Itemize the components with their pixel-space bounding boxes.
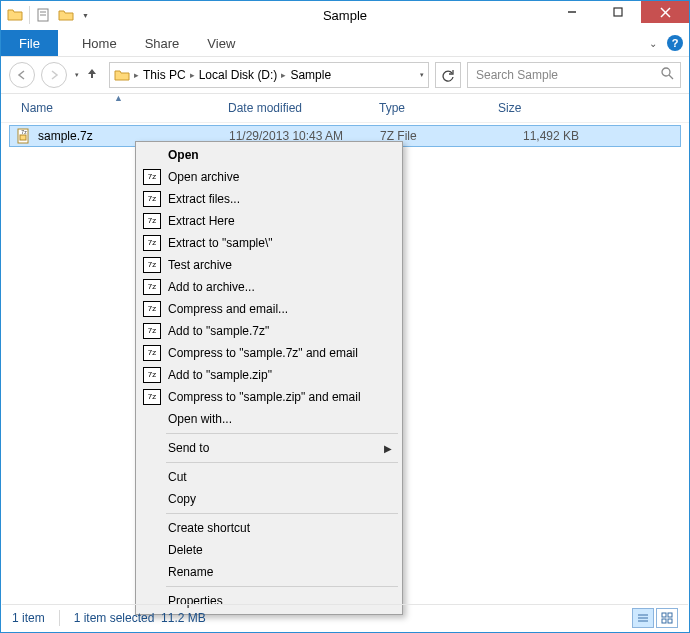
window-controls — [549, 1, 689, 23]
history-dropdown-icon[interactable]: ▾ — [75, 71, 79, 79]
breadcrumb-this-pc[interactable]: This PC — [143, 68, 186, 82]
address-bar[interactable]: ▸ This PC ▸ Local Disk (D:) ▸ Sample ▾ — [109, 62, 429, 88]
status-selection: 1 item selected 11.2 MB — [74, 611, 206, 625]
qat-properties-icon[interactable] — [36, 7, 52, 23]
menu-rename[interactable]: Rename — [138, 561, 400, 583]
sevenz-icon: 7z — [142, 169, 162, 185]
qat-dropdown-icon[interactable]: ▼ — [82, 12, 89, 19]
svg-rect-4 — [614, 8, 622, 16]
refresh-button[interactable] — [435, 62, 461, 88]
column-header-name[interactable]: Name — [21, 94, 53, 122]
menu-copy[interactable]: Copy — [138, 488, 400, 510]
chevron-right-icon[interactable]: ▸ — [281, 70, 286, 80]
help-icon[interactable]: ? — [667, 35, 683, 51]
column-header-date[interactable]: Date modified — [228, 94, 302, 122]
app-icon — [7, 7, 23, 23]
minimize-button[interactable] — [549, 1, 595, 23]
svg-text:7z: 7z — [21, 129, 27, 135]
file-tab-label: File — [19, 36, 40, 51]
menu-add-to-7z[interactable]: 7zAdd to "sample.7z" — [138, 320, 400, 342]
file-size: 11,492 KB — [499, 129, 579, 143]
menu-open-archive[interactable]: 7zOpen archive — [138, 166, 400, 188]
forward-button[interactable] — [41, 62, 67, 88]
menu-separator — [166, 586, 398, 587]
status-bar: 1 item 1 item selected 11.2 MB — [2, 604, 688, 631]
back-button[interactable] — [9, 62, 35, 88]
navigation-bar: ▾ ▸ This PC ▸ Local Disk (D:) ▸ Sample ▾ — [1, 57, 689, 94]
menu-open-with[interactable]: Open with... — [138, 408, 400, 430]
chevron-right-icon[interactable]: ▸ — [190, 70, 195, 80]
sort-ascending-icon: ▲ — [114, 93, 123, 103]
menu-compress-7z-email[interactable]: 7zCompress to "sample.7z" and email — [138, 342, 400, 364]
sevenz-icon: 7z — [142, 345, 162, 361]
title-bar: ▼ Sample — [1, 1, 689, 30]
menu-compress-email[interactable]: 7zCompress and email... — [138, 298, 400, 320]
file-icon: 7z — [16, 128, 32, 144]
sevenz-icon: 7z — [142, 279, 162, 295]
address-dropdown-icon[interactable]: ▾ — [420, 71, 424, 79]
svg-rect-18 — [668, 619, 672, 623]
search-icon — [661, 67, 674, 83]
menu-add-to-archive[interactable]: 7zAdd to archive... — [138, 276, 400, 298]
qat-separator — [29, 6, 30, 24]
svg-rect-16 — [668, 613, 672, 617]
menu-extract-files[interactable]: 7zExtract files... — [138, 188, 400, 210]
context-menu: Open 7zOpen archive 7zExtract files... 7… — [135, 141, 403, 615]
tab-view[interactable]: View — [193, 30, 249, 56]
column-header-size[interactable]: Size — [498, 94, 521, 122]
menu-open[interactable]: Open — [138, 144, 400, 166]
sevenz-icon: 7z — [142, 367, 162, 383]
svg-rect-17 — [662, 619, 666, 623]
menu-test-archive[interactable]: 7zTest archive — [138, 254, 400, 276]
expand-ribbon-icon[interactable]: ⌄ — [649, 38, 657, 49]
svg-rect-15 — [662, 613, 666, 617]
menu-separator — [166, 433, 398, 434]
menu-send-to[interactable]: Send to▶ — [138, 437, 400, 459]
tab-home[interactable]: Home — [68, 30, 131, 56]
menu-separator — [166, 513, 398, 514]
explorer-window: ▼ Sample File Home Share View ⌄ ? — [0, 0, 690, 633]
qat-new-folder-icon[interactable] — [58, 7, 74, 23]
sevenz-icon: 7z — [142, 323, 162, 339]
menu-delete[interactable]: Delete — [138, 539, 400, 561]
address-folder-icon — [114, 67, 130, 83]
status-divider — [59, 610, 60, 626]
chevron-right-icon[interactable]: ▸ — [134, 70, 139, 80]
maximize-button[interactable] — [595, 1, 641, 23]
up-button[interactable] — [85, 66, 103, 84]
menu-extract-to[interactable]: 7zExtract to "sample\" — [138, 232, 400, 254]
sevenz-icon: 7z — [142, 257, 162, 273]
sevenz-icon: 7z — [142, 301, 162, 317]
status-item-count: 1 item — [12, 611, 45, 625]
search-box[interactable] — [467, 62, 681, 88]
details-view-button[interactable] — [632, 608, 654, 628]
svg-rect-10 — [20, 135, 26, 140]
tab-share[interactable]: Share — [131, 30, 194, 56]
file-tab[interactable]: File — [1, 30, 58, 56]
sevenz-icon: 7z — [142, 389, 162, 405]
menu-add-to-zip[interactable]: 7zAdd to "sample.zip" — [138, 364, 400, 386]
column-headers: ▲ Name Date modified Type Size — [1, 94, 689, 123]
search-input[interactable] — [474, 67, 661, 83]
thumbnails-view-button[interactable] — [656, 608, 678, 628]
file-name: sample.7z — [38, 129, 93, 143]
menu-cut[interactable]: Cut — [138, 466, 400, 488]
view-toggles — [632, 608, 678, 628]
sevenz-icon: 7z — [142, 191, 162, 207]
svg-point-7 — [662, 68, 670, 76]
column-header-type[interactable]: Type — [379, 94, 405, 122]
sevenz-icon: 7z — [142, 213, 162, 229]
breadcrumb-sample[interactable]: Sample — [290, 68, 331, 82]
ribbon-tabs: File Home Share View ⌄ ? — [1, 30, 689, 57]
close-button[interactable] — [641, 1, 689, 23]
submenu-arrow-icon: ▶ — [384, 443, 392, 454]
quick-access-toolbar: ▼ — [1, 6, 89, 24]
sevenz-icon: 7z — [142, 235, 162, 251]
svg-line-8 — [669, 75, 673, 79]
breadcrumb-local-disk[interactable]: Local Disk (D:) — [199, 68, 278, 82]
menu-extract-here[interactable]: 7zExtract Here — [138, 210, 400, 232]
menu-separator — [166, 462, 398, 463]
menu-create-shortcut[interactable]: Create shortcut — [138, 517, 400, 539]
menu-compress-zip-email[interactable]: 7zCompress to "sample.zip" and email — [138, 386, 400, 408]
